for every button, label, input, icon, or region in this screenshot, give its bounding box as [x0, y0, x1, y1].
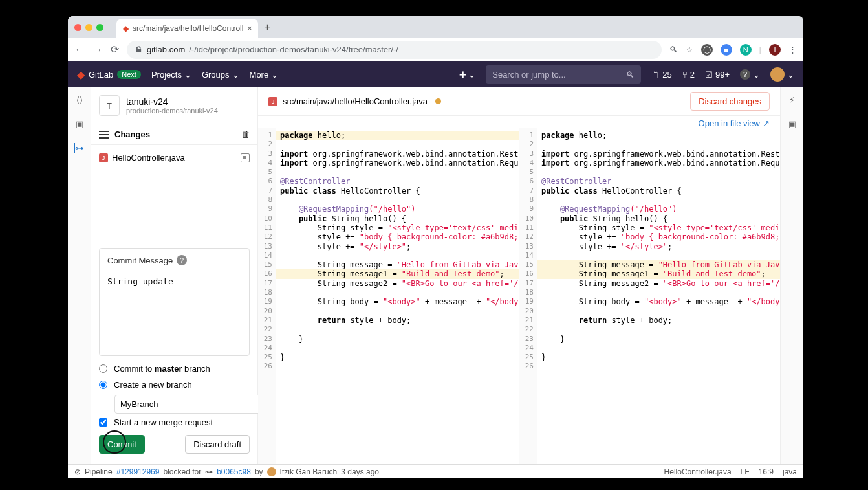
mr-counter[interactable]: ⑂2	[682, 70, 695, 80]
status-file: HelloController.java	[664, 467, 732, 476]
close-tab-icon[interactable]: ×	[247, 24, 252, 33]
commit-to-master-option[interactable]: Commit to master branch	[99, 364, 250, 373]
brand-text: GitLab	[89, 70, 113, 80]
commit-button[interactable]: Commit	[99, 435, 145, 454]
global-search[interactable]: 🔍︎	[486, 65, 641, 84]
author-avatar-icon	[267, 467, 276, 476]
commit-icon[interactable]: ⊶	[74, 143, 83, 153]
project-name: tanuki-v24	[126, 96, 218, 107]
help-button[interactable]: ?⌄	[740, 69, 760, 80]
lock-icon: 🔒︎	[135, 45, 143, 54]
nav-projects[interactable]: Projects⌄	[151, 70, 191, 80]
maximize-window-icon[interactable]	[96, 24, 103, 31]
file-name: HelloController.java	[112, 153, 185, 162]
terminal-icon[interactable]: ▣	[788, 119, 796, 129]
activity-bar: ⟨⟩ ▣ ⊶	[68, 87, 91, 464]
traffic-lights	[74, 24, 103, 31]
modified-dot-icon	[435, 98, 441, 104]
avatar	[770, 67, 785, 82]
ext1-icon[interactable]: ◯	[701, 44, 713, 56]
commit-sha-link[interactable]: b0065c98	[217, 467, 251, 476]
changes-title: Changes	[114, 129, 236, 139]
bookmark-icon[interactable]: ☆	[686, 45, 693, 54]
tab-title: src/main/java/hello/HelloControll	[133, 24, 243, 33]
changes-header: Changes 🗑︎	[91, 124, 257, 145]
new-tab-button[interactable]: +	[258, 21, 276, 33]
editor-area: J src/main/java/hello/HelloController.ja…	[258, 87, 780, 464]
pipelines-icon[interactable]: ⚡︎	[789, 95, 795, 105]
gitlab-navbar: ◆ GitLab Next Projects⌄ Groups⌄ More⌄ ✚ …	[68, 61, 803, 87]
ext2-icon[interactable]: ■	[721, 44, 732, 56]
gitlab-logo[interactable]: ◆ GitLab Next	[77, 69, 141, 81]
nav-more[interactable]: More⌄	[250, 70, 279, 80]
status-lf: LF	[741, 467, 750, 476]
user-menu[interactable]: ⌄	[770, 67, 794, 82]
diff-view: 1234567891011121314151617181920212223242…	[258, 128, 780, 464]
kebab-icon[interactable]: ⋮	[788, 45, 797, 54]
plus-button[interactable]: ✚ ⌄	[459, 70, 476, 80]
divider-icon: |	[759, 45, 761, 54]
ext3-icon[interactable]: N	[740, 44, 752, 56]
next-pill: Next	[117, 70, 141, 79]
issues-counter[interactable]: 📋︎25	[651, 70, 671, 80]
nav-groups[interactable]: Groups⌄	[202, 70, 239, 80]
review-icon[interactable]: ▣	[76, 119, 83, 129]
browser-toolbar: ← → ⟳ 🔒︎ gitlab.com/-/ide/project/produc…	[68, 38, 803, 61]
forward-icon[interactable]: →	[92, 44, 103, 56]
open-in-file-view-link[interactable]: Open in file view ↗	[699, 118, 770, 128]
branch-icon: ⊶	[205, 467, 213, 476]
search-icon: 🔍︎	[626, 70, 635, 80]
gitlab-favicon-icon: ◆	[123, 24, 129, 33]
edit-icon[interactable]: ⟨⟩	[76, 95, 83, 105]
list-icon[interactable]	[99, 131, 109, 139]
url-host: gitlab.com	[147, 45, 185, 54]
search-input[interactable]	[492, 70, 621, 80]
chevron-down-icon: ⌄	[184, 70, 191, 80]
right-activity-bar: ⚡︎ ▣	[780, 87, 803, 464]
radio-new-branch[interactable]	[99, 381, 107, 389]
reload-icon[interactable]: ⟳	[111, 43, 119, 56]
help-icon[interactable]: ?	[177, 255, 187, 265]
start-mr-label: Start a new merge request	[114, 418, 213, 427]
discard-changes-button[interactable]: Discard changes	[690, 92, 770, 111]
tanuki-icon: ◆	[77, 69, 85, 81]
address-bar[interactable]: 🔒︎ gitlab.com/-/ide/project/production-d…	[127, 41, 662, 59]
status-bar: ⊘ Pipeline #129912969 blocked for ⊶ b006…	[68, 464, 803, 478]
pipeline-link[interactable]: #129912969	[116, 467, 160, 476]
trash-icon[interactable]: 🗑︎	[241, 129, 250, 139]
status-pos: 16:9	[759, 467, 774, 476]
start-mr-checkbox[interactable]	[99, 418, 107, 427]
author-name: Itzik Gan Baruch	[280, 467, 338, 476]
discard-draft-button[interactable]: Discard draft	[185, 435, 250, 454]
chevron-down-icon: ⌄	[232, 70, 239, 80]
by-text: by	[255, 467, 263, 476]
commit-when: 3 days ago	[341, 467, 379, 476]
branch-name-input[interactable]	[114, 395, 265, 414]
branch-options: Commit to master branch Create a new bra…	[91, 356, 257, 414]
changed-file[interactable]: J HelloController.java	[99, 150, 250, 165]
external-link-icon: ↗	[763, 118, 770, 128]
browser-window: ◆ src/main/java/hello/HelloControll × + …	[68, 16, 803, 478]
pipeline-label: Pipeline	[85, 467, 113, 476]
zoom-icon[interactable]: 🔍︎	[669, 45, 678, 54]
java-file-icon: J	[268, 97, 277, 106]
radio-master[interactable]	[99, 364, 107, 373]
project-header[interactable]: T tanuki-v24 production-demos/tanuki-v24	[91, 87, 257, 124]
todos-counter[interactable]: ☑99+	[705, 70, 730, 80]
diff-left-pane[interactable]: 1234567891011121314151617181920212223242…	[258, 128, 519, 464]
sidebar: T tanuki-v24 production-demos/tanuki-v24…	[91, 87, 258, 464]
open-file-path: src/main/java/hello/HelloController.java	[283, 96, 428, 106]
diff-right-pane[interactable]: 1234567891011121314151617181920212223242…	[519, 128, 780, 464]
commit-message-input[interactable]	[107, 271, 241, 348]
profile-icon[interactable]: I	[769, 44, 781, 56]
create-branch-option[interactable]: Create a new branch	[99, 380, 250, 390]
browser-tab[interactable]: ◆ src/main/java/hello/HelloControll ×	[116, 19, 258, 38]
modified-icon	[241, 153, 250, 162]
close-window-icon[interactable]	[74, 24, 81, 31]
minimize-window-icon[interactable]	[85, 24, 92, 31]
status-text: blocked for	[163, 467, 201, 476]
project-path: production-demos/tanuki-v24	[126, 107, 218, 115]
browser-actions: 🔍︎ ☆ ◯ ■ N | I ⋮	[669, 44, 797, 56]
changed-files-list: J HelloController.java	[91, 145, 257, 170]
back-icon[interactable]: ←	[74, 44, 85, 56]
